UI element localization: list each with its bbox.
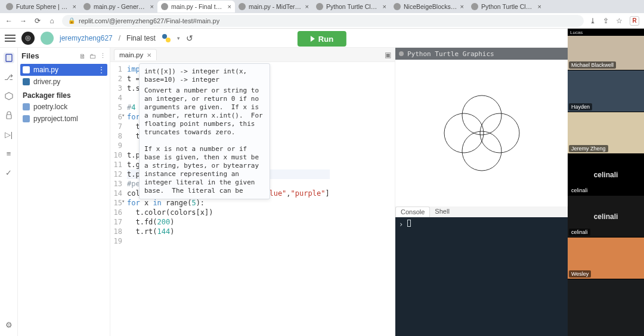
- favicon-icon: [316, 3, 323, 10]
- expand-editor-icon[interactable]: ▣: [385, 51, 391, 59]
- svg-rect-2: [6, 54, 12, 61]
- browser-tab-strip: Future Sphere | Student Portal×main.py -…: [0, 0, 644, 13]
- breadcrumb-project[interactable]: Final test: [126, 34, 156, 42]
- tab-title: main.py - Final test - Replit: [171, 3, 225, 10]
- dropdown-icon[interactable]: ▾: [177, 35, 180, 41]
- participant-video[interactable]: Hayden: [568, 70, 644, 112]
- browser-tab[interactable]: Python Turtle Class 8 - Pytho…×: [312, 1, 390, 13]
- menu-icon[interactable]: [5, 33, 16, 44]
- lock-icon: 🔒: [68, 17, 75, 24]
- files-panel: Files 🗎 🗀 ⋮ main.py ⋮ driver.py Packager…: [18, 48, 110, 336]
- toml-file-icon: [23, 115, 30, 122]
- database-rail-icon[interactable]: ≡: [4, 148, 14, 159]
- fold-icon[interactable]: ▾: [122, 198, 125, 204]
- console-wrap: Console Shell ›: [395, 206, 568, 336]
- home-icon[interactable]: ⌂: [48, 17, 56, 25]
- done-rail-icon[interactable]: ✓: [4, 167, 14, 178]
- close-icon[interactable]: ×: [538, 3, 541, 10]
- secrets-rail-icon[interactable]: [4, 110, 14, 121]
- file-label: main.py: [33, 66, 58, 74]
- code-line[interactable]: t.fd(200): [127, 217, 330, 227]
- forward-icon[interactable]: →: [19, 17, 27, 25]
- file-item-driver[interactable]: driver.py: [18, 76, 110, 88]
- python-file-icon: [23, 78, 30, 85]
- reload-icon[interactable]: ⟳: [33, 17, 42, 25]
- history-icon[interactable]: ↺: [186, 33, 193, 43]
- svg-rect-4: [7, 115, 11, 119]
- favicon-icon: [471, 3, 478, 10]
- vcs-rail-icon[interactable]: ⎇: [4, 72, 14, 82]
- code-line[interactable]: [127, 236, 330, 246]
- favicon-icon: [83, 3, 91, 10]
- code-line[interactable]: for x in range(5):: [127, 198, 330, 208]
- turtle-canvas: [395, 60, 568, 206]
- browser-tab[interactable]: main.py - GenerousDapperAg…×: [80, 1, 157, 13]
- doc-tooltip: int([x]) -> integer int(x, base=10) -> i…: [139, 63, 270, 199]
- user-avatar[interactable]: [41, 32, 54, 45]
- fold-icon[interactable]: ▾: [122, 112, 125, 118]
- file-item-main[interactable]: main.py ⋮: [20, 64, 107, 76]
- editor-tab-label: main.py: [119, 51, 143, 58]
- close-tab-icon[interactable]: ✕: [147, 52, 151, 58]
- close-icon[interactable]: ×: [460, 3, 464, 10]
- file-item-pyproject[interactable]: pyproject.toml: [18, 113, 110, 125]
- zoom-participants: Michael BlackwellHaydenJeremy Zhengcelin…: [568, 29, 644, 336]
- svg-point-0: [162, 34, 167, 39]
- code-line[interactable]: t.color(colors[x]): [127, 208, 330, 217]
- tooltip-signature: int([x]) -> integer int(x, base=10) -> i…: [144, 67, 265, 84]
- file-actions-icon[interactable]: ⋮: [98, 66, 105, 74]
- close-icon[interactable]: ×: [383, 3, 386, 10]
- packages-rail-icon[interactable]: [4, 91, 14, 101]
- participant-video[interactable]: Wesley: [568, 238, 644, 279]
- participant-video[interactable]: Jeremy Zheng: [568, 112, 644, 154]
- close-icon[interactable]: ×: [150, 3, 154, 10]
- new-file-icon[interactable]: 🗎: [79, 53, 86, 60]
- close-icon[interactable]: ×: [228, 3, 231, 10]
- replit-logo-icon[interactable]: ◎: [21, 32, 35, 45]
- browser-tab[interactable]: NiceBeigeBlocks - Replit×: [390, 1, 467, 13]
- tab-console[interactable]: Console: [395, 206, 430, 217]
- browser-tab[interactable]: Future Sphere | Student Portal×: [2, 1, 80, 13]
- back-icon[interactable]: ←: [5, 17, 13, 25]
- file-item-poetry[interactable]: poetry.lock: [18, 101, 110, 113]
- prompt-caret: ›: [399, 220, 407, 229]
- bookmark-icon[interactable]: ☆: [616, 17, 623, 25]
- turtle-titlebar: Python Turtle Graphics: [395, 48, 568, 60]
- editor-pane: main.py ✕ ▣ 1234567891011121314151617181…: [110, 48, 395, 336]
- code-line[interactable]: t.rt(144): [127, 227, 330, 236]
- files-rail-icon[interactable]: [4, 53, 14, 63]
- profile-badge[interactable]: R: [630, 16, 639, 26]
- debugger-rail-icon[interactable]: ▷|: [4, 129, 14, 140]
- console-tabs: Console Shell: [395, 206, 568, 217]
- packager-section-label: Packager files: [18, 88, 110, 101]
- code-editor[interactable]: 12345678910111213141516171819 import tur…: [110, 62, 395, 336]
- browser-tab[interactable]: main.py - MidTerm_Test - Re…×: [235, 1, 312, 13]
- close-icon[interactable]: ×: [305, 3, 309, 10]
- tab-title: Python Turtle Class 8 - Pytho…: [326, 3, 380, 10]
- participant-name: celinali: [569, 229, 590, 236]
- breadcrumb-user[interactable]: jeremyzheng627: [60, 34, 113, 42]
- console-body[interactable]: ›: [395, 217, 568, 336]
- tab-shell[interactable]: Shell: [430, 206, 454, 217]
- editor-tab-main[interactable]: main.py ✕: [114, 49, 157, 60]
- url-input[interactable]: 🔒 replit.com/@jeremyzheng627/Final-test#…: [62, 15, 584, 27]
- browser-tab[interactable]: Python Turtle Class 8 - Home…×: [467, 1, 545, 13]
- more-icon[interactable]: ⋮: [100, 52, 106, 60]
- participant-video[interactable]: celinalicelinali: [568, 154, 644, 196]
- svg-point-5: [462, 95, 501, 135]
- new-folder-icon[interactable]: 🗀: [89, 53, 96, 60]
- participant-video[interactable]: celinalicelinali: [568, 196, 644, 238]
- participant-name: Wesley: [569, 270, 591, 278]
- file-label: poetry.lock: [33, 103, 67, 111]
- share-icon[interactable]: ⇪: [603, 17, 609, 25]
- workspace: ⎇ ▷| ≡ ✓ ⚙ Files 🗎 🗀 ⋮ main.py ⋮ driver.…: [0, 48, 568, 336]
- run-button[interactable]: Run: [298, 31, 346, 47]
- favicon-icon: [161, 3, 168, 10]
- browser-tab[interactable]: main.py - Final test - Replit×: [157, 1, 235, 13]
- settings-rail-icon[interactable]: ⚙: [4, 319, 14, 330]
- turtle-title: Python Turtle Graphics: [407, 50, 494, 58]
- avatar-placeholder: celinali: [594, 212, 618, 221]
- turtle-drawing: [428, 79, 535, 187]
- close-icon[interactable]: ×: [73, 3, 76, 10]
- install-icon[interactable]: ⤓: [590, 17, 596, 25]
